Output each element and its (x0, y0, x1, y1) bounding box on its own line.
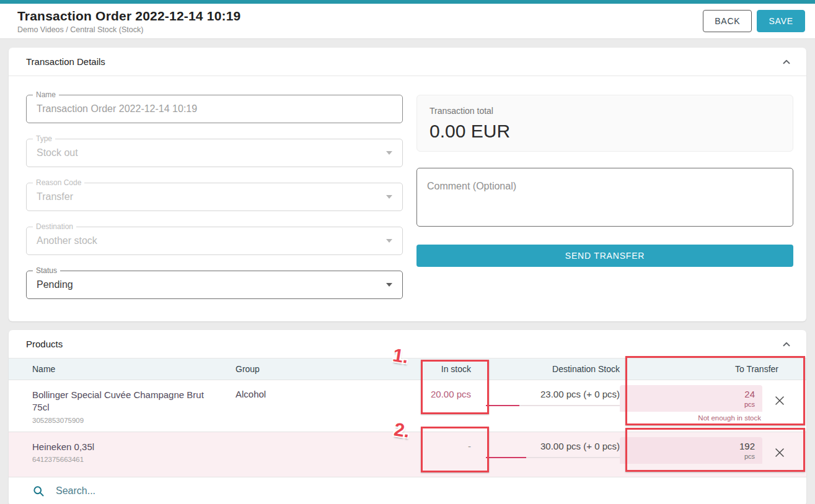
dropdown-arrow-icon (386, 195, 392, 199)
column-header-in-stock: In stock (324, 358, 471, 380)
column-header-to-transfer: To Transfer (620, 358, 797, 380)
collapse-products-button[interactable] (779, 337, 794, 352)
product-name: Bollinger Special Cuvée Champagne Brut 7… (32, 389, 218, 414)
destination-label: Destination (33, 222, 76, 231)
chevron-up-icon (781, 56, 792, 67)
type-select-value: Stock out (27, 147, 386, 159)
section-title-transaction-details: Transaction Details (26, 56, 105, 67)
dropdown-arrow-icon (386, 283, 392, 287)
to-transfer-unit: pcs (627, 401, 755, 408)
product-search-row (9, 477, 806, 504)
destination-stock-value: 30.00 pcs (+ 0 pcs) (540, 441, 620, 451)
stock-error-message: Not enough in stock (620, 412, 762, 427)
table-row: Heineken 0,35l 6412375663461 - 30.00 pcs… (9, 432, 806, 477)
search-input[interactable] (56, 485, 797, 497)
to-transfer-unit: pcs (627, 453, 755, 460)
reason-code-label: Reason Code (33, 178, 84, 187)
status-select[interactable]: Status Pending (26, 271, 403, 299)
type-select-label: Type (33, 134, 55, 143)
collapse-details-button[interactable] (779, 54, 794, 69)
comment-textarea[interactable] (416, 168, 793, 227)
chevron-up-icon (781, 339, 792, 350)
reason-code-select[interactable]: Reason Code Transfer (26, 183, 403, 211)
name-field[interactable]: Name (26, 95, 403, 123)
product-barcode: 3052853075909 (32, 417, 236, 424)
table-row: Bollinger Special Cuvée Champagne Brut 7… (9, 380, 806, 432)
product-barcode: 6412375663461 (32, 456, 236, 463)
column-header-group: Group (236, 358, 324, 380)
page-header: Transaction Order 2022-12-14 10:19 Demo … (0, 4, 815, 39)
name-input[interactable] (27, 103, 402, 115)
product-group (236, 432, 324, 441)
transaction-total-value: 0.00 EUR (430, 121, 780, 142)
save-button[interactable]: SAVE (757, 10, 805, 32)
page-title: Transaction Order 2022-12-14 10:19 (17, 9, 241, 24)
column-header-name: Name (32, 358, 236, 380)
transaction-total-label: Transaction total (430, 106, 780, 116)
status-value: Pending (27, 279, 386, 290)
reason-code-value: Transfer (27, 191, 386, 202)
name-field-label: Name (33, 90, 59, 99)
type-select[interactable]: Type Stock out (26, 139, 403, 167)
product-name: Heineken 0,35l (32, 441, 218, 453)
status-label: Status (33, 266, 60, 275)
remove-product-icon[interactable] (774, 447, 785, 458)
remove-product-icon[interactable] (774, 395, 785, 406)
to-transfer-input[interactable]: 192 pcs (620, 437, 762, 464)
dropdown-arrow-icon (386, 151, 392, 155)
destination-progress-bar (486, 457, 620, 458)
destination-value: Another stock (27, 235, 386, 246)
search-icon (32, 485, 45, 497)
dropdown-arrow-icon (386, 239, 392, 243)
breadcrumb: Demo Videos / Central Stock (Stock) (17, 25, 241, 34)
transaction-total-box: Transaction total 0.00 EUR (416, 95, 793, 152)
destination-select[interactable]: Destination Another stock (26, 227, 403, 255)
product-group: Alcohol (236, 380, 324, 399)
to-transfer-value: 192 (627, 441, 755, 451)
to-transfer-input[interactable]: 24 pcs (620, 385, 762, 412)
products-table-header: Name Group In stock Destination Stock To… (9, 358, 806, 380)
section-title-products: Products (26, 339, 63, 349)
products-card: Products Name Group In stock Destination… (9, 330, 806, 504)
back-button[interactable]: BACK (703, 10, 752, 32)
transaction-details-card: Transaction Details Name Type Stock out … (9, 48, 806, 321)
in-stock-value: 20.00 pcs (324, 380, 471, 399)
in-stock-value: - (324, 432, 471, 451)
send-transfer-button[interactable]: SEND TRANSFER (416, 245, 793, 267)
column-header-destination-stock: Destination Stock (471, 358, 620, 380)
destination-stock-value: 23.00 pcs (+ 0 pcs) (540, 389, 620, 399)
to-transfer-value: 24 (627, 389, 755, 399)
destination-progress-bar (486, 405, 620, 406)
